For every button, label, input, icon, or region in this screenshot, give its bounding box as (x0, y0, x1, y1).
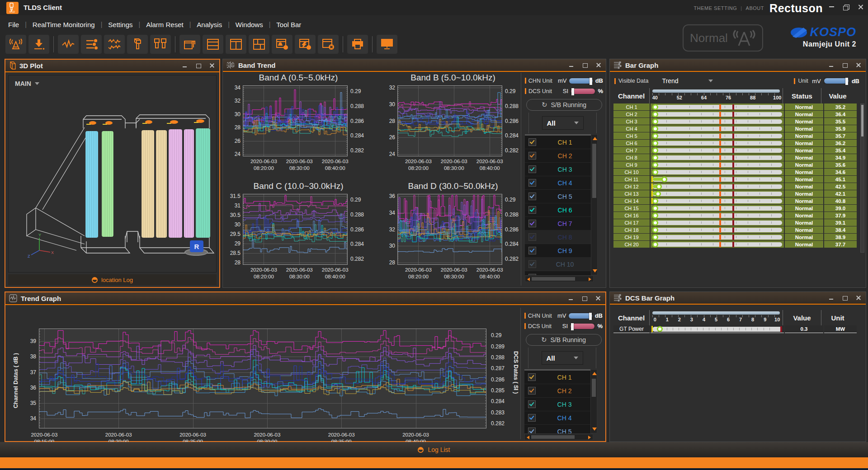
channel-checkbox[interactable] (528, 400, 536, 408)
chart-canvas[interactable] (397, 85, 502, 156)
channel-row-ch-10[interactable]: CH 10 (525, 258, 594, 271)
trend-chart[interactable] (39, 329, 486, 428)
panel-close-button[interactable] (596, 62, 601, 68)
channel-row-ch-1[interactable]: CH 1 (525, 136, 594, 149)
toolbar-probe-3d-button[interactable] (127, 35, 148, 54)
visible-data-dropdown[interactable]: Trend (662, 77, 678, 85)
channel-row-ch-7[interactable]: CH 7 (525, 217, 594, 230)
toolbar-multi-trend-button[interactable] (104, 35, 125, 54)
bar-graph-row-ch-18[interactable]: CH 18Normal38.4 (613, 226, 857, 233)
menu-item-alarm-reset[interactable]: Alarm Reset (144, 20, 185, 29)
channel-checkbox[interactable] (528, 165, 536, 173)
panel-minimize-button[interactable] (568, 296, 574, 301)
channel-checkbox[interactable] (528, 387, 536, 395)
dcs-unit-toggle[interactable] (570, 323, 595, 329)
channel-checkbox[interactable] (528, 414, 536, 422)
toolbar-trend-waveform-button[interactable] (58, 35, 79, 54)
panel-3d-plot-header[interactable]: 3D Plot (5, 60, 219, 72)
channel-checkbox[interactable] (528, 138, 536, 146)
unit-toggle[interactable] (824, 78, 849, 84)
dcs-row-gt-power[interactable]: GT Power0.3MW (613, 325, 858, 333)
channel-row-ch-5[interactable]: CH 5 (524, 425, 593, 433)
chart-canvas[interactable] (397, 194, 502, 265)
channel-checkbox[interactable] (528, 233, 536, 241)
bar-graph-row-ch-19[interactable]: CH 19Normal38.9 (613, 234, 857, 240)
panel-maximize-button[interactable] (196, 63, 201, 68)
panel-close-button[interactable] (856, 295, 861, 301)
toolbar-close-window-button[interactable] (318, 35, 339, 54)
bar-graph-row-ch-14[interactable]: CH 14Normal40.8 (613, 197, 857, 204)
bar-graph-row-ch-5[interactable]: CH 5Normal35.7 (613, 132, 857, 139)
reset-view-button[interactable]: R (190, 240, 203, 252)
view-selector-dropdown[interactable]: MAIN (15, 80, 39, 87)
toolbar-save-download-button[interactable] (28, 35, 49, 54)
panel-maximize-button[interactable] (842, 295, 848, 301)
channel-row-ch-5[interactable]: CH 5 (525, 190, 594, 203)
menu-item-tool-bar[interactable]: Tool Bar (274, 20, 303, 29)
close-button[interactable] (857, 4, 864, 10)
channel-row-ch-4[interactable]: CH 4 (524, 411, 593, 425)
toolbar-operator-window-button[interactable] (272, 35, 292, 54)
channel-row-ch-6[interactable]: CH 6 (525, 203, 594, 217)
panel-close-button[interactable] (595, 296, 601, 301)
bar-graph-row-ch-10[interactable]: CH 10Normal34.6 (613, 169, 857, 175)
toolbar-display-button[interactable] (377, 35, 397, 54)
panel-dcs-bar-graph-header[interactable]: DCS Bar Graph (610, 292, 866, 305)
bar-graph-row-ch-17[interactable]: CH 17Normal39.1 (613, 219, 857, 226)
channel-checkbox[interactable] (528, 220, 536, 227)
toolbar-log-list-button[interactable] (81, 35, 102, 54)
menu-item-realtime-monitoring[interactable]: RealTime Monitoring (31, 20, 97, 29)
bar-graph-row-ch-20[interactable]: CH 20Normal37.7 (613, 241, 857, 248)
scale-slider[interactable] (652, 89, 780, 93)
toolbar-alarm-broadcast-button[interactable] (5, 35, 26, 54)
panel-minimize-button[interactable] (829, 62, 834, 68)
chn-unit-toggle[interactable] (569, 78, 593, 84)
menu-item-settings[interactable]: Settings (106, 20, 134, 29)
bar-graph-row-ch-15[interactable]: CH 15Normal39.0 (613, 205, 857, 212)
about-link[interactable]: ABOUT (746, 5, 764, 11)
restore-button[interactable] (843, 4, 850, 10)
scale-slider[interactable] (652, 311, 780, 315)
channel-row-ch-2[interactable]: CH 2 (524, 384, 593, 398)
panel-maximize-button[interactable] (582, 296, 587, 301)
minimize-button[interactable] (828, 4, 835, 10)
menu-item-file[interactable]: File (6, 20, 21, 29)
bar-graph-row-ch-6[interactable]: CH 6Normal36.2 (613, 140, 857, 146)
panel-maximize-button[interactable] (582, 62, 588, 68)
channel-row-ch-1[interactable]: CH 1 (524, 371, 593, 384)
panel-minimize-button[interactable] (569, 62, 574, 68)
vertical-scrollbar[interactable] (590, 369, 597, 433)
chart-canvas[interactable] (243, 194, 348, 265)
panel-bar-graph-header[interactable]: Bar Graph (610, 59, 866, 72)
bar-graph-row-ch-1[interactable]: CH 1Normal35.2 (613, 103, 857, 110)
log-list-button[interactable]: Log List (0, 442, 868, 457)
toolbar-tile-grid-button[interactable] (249, 35, 269, 54)
channel-checkbox[interactable] (528, 260, 536, 268)
bar-graph-row-ch-3[interactable]: CH 3Normal35.5 (613, 118, 857, 125)
sb-running-button[interactable]: ↻S/B Running (526, 99, 602, 111)
bar-graph-row-ch-13[interactable]: CH 13Normal42.1 (613, 190, 857, 197)
channel-row-ch-2[interactable]: CH 2 (525, 149, 594, 163)
channel-row-ch-3[interactable]: CH 3 (525, 163, 594, 176)
toolbar-dual-probe-button[interactable] (150, 35, 171, 54)
channel-checkbox[interactable] (528, 206, 536, 214)
channel-row-ch-11[interactable]: CH 11 (525, 271, 594, 275)
menu-item-analysis[interactable]: Analysis (195, 20, 224, 29)
vertical-scrollbar[interactable] (591, 134, 598, 275)
toolbar-print-button[interactable] (347, 35, 368, 54)
bar-graph-row-ch-12[interactable]: CH 12Normal42.5 (613, 183, 857, 190)
horizontal-scrollbar[interactable] (525, 276, 594, 282)
menu-item-windows[interactable]: Windows (234, 20, 265, 29)
3d-viewport[interactable]: MAIN (8, 75, 217, 273)
channel-checkbox[interactable] (528, 179, 536, 187)
channel-row-ch-3[interactable]: CH 3 (524, 398, 593, 411)
chn-unit-toggle[interactable] (568, 313, 592, 319)
panel-band-trend-header[interactable]: Band Trend (223, 59, 606, 72)
channel-checkbox[interactable] (528, 428, 536, 433)
bar-graph-row-ch-2[interactable]: CH 2Normal36.4 (613, 111, 857, 118)
panel-minimize-button[interactable] (182, 63, 188, 68)
sb-running-button[interactable]: ↻S/B Running (526, 334, 602, 346)
channel-checkbox[interactable] (528, 373, 536, 381)
bar-graph-row-ch-9[interactable]: CH 9Normal35.6 (613, 161, 857, 168)
channel-row-ch-8[interactable]: CH 8 (525, 230, 594, 244)
